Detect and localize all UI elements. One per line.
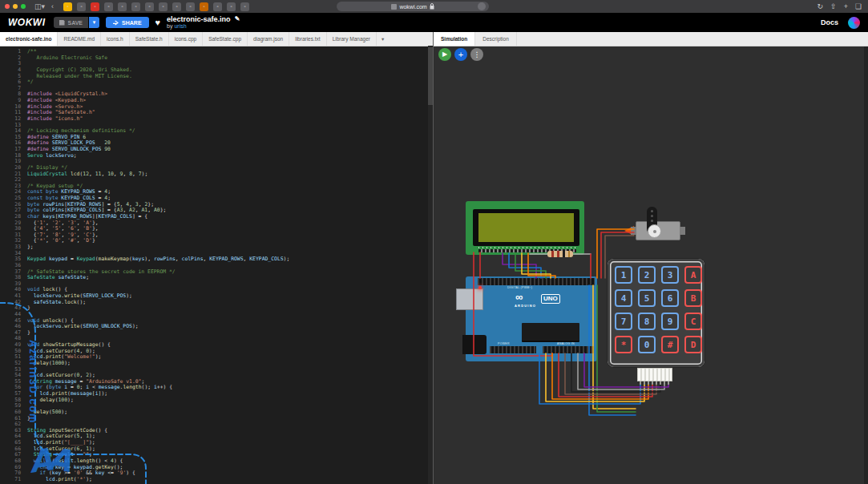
- code-editor[interactable]: 1/**2 Arduino Electronic Safe34 Copyrigh…: [0, 46, 433, 484]
- back-icon[interactable]: ‹: [51, 3, 54, 10]
- maximize-window-button[interactable]: [21, 4, 26, 9]
- minimize-window-button[interactable]: [13, 4, 18, 9]
- browser-action-icons: ↻ ⇧ + ❏: [818, 2, 862, 11]
- file-tab-safestate.h[interactable]: SafeState.h: [130, 32, 169, 46]
- browser-profile-button[interactable]: [478, 2, 486, 10]
- menu-button[interactable]: ⋮: [470, 48, 483, 61]
- window-controls: [5, 4, 26, 9]
- power-jack: [462, 335, 486, 354]
- keypad-key-0[interactable]: 0: [638, 336, 656, 353]
- keypad-key-#[interactable]: #: [661, 336, 679, 353]
- keypad-key-6[interactable]: 6: [661, 289, 679, 307]
- simulation-pane: SimulationDescription ▶ + ⋮: [434, 32, 868, 484]
- extension-icon-10[interactable]: ▫: [186, 2, 195, 11]
- reload-icon[interactable]: ↻: [818, 2, 824, 11]
- keypad-key-*[interactable]: *: [615, 336, 632, 353]
- membrane-keypad[interactable]: 123A456B789C*0#D: [608, 259, 704, 367]
- arduino-uno[interactable]: ∞ ARDUINO UNO DIGITAL (PWM~) POWER ANALO…: [466, 276, 597, 361]
- new-tab-icon[interactable]: +: [844, 2, 848, 11]
- lcd-screen: [478, 213, 574, 242]
- servo-mount-left: [631, 227, 636, 235]
- keypad-connector: [637, 368, 672, 381]
- keypad-key-D[interactable]: D: [684, 336, 702, 353]
- extension-icon-6[interactable]: ▫: [131, 2, 140, 11]
- share-arrow-icon: [113, 20, 119, 26]
- keypad-key-C[interactable]: C: [684, 313, 702, 330]
- extension-icon-12[interactable]: ▫: [213, 2, 222, 11]
- power-pin-header[interactable]: [490, 346, 536, 353]
- code-line: 52 delay(1000);: [0, 361, 433, 367]
- uno-label: UNO: [541, 294, 560, 304]
- arduino-brand-label: ARDUINO: [515, 304, 536, 308]
- tab-description[interactable]: Description: [475, 32, 517, 46]
- file-tab-libraries.txt[interactable]: libraries.txt: [289, 32, 326, 46]
- digital-pin-header[interactable]: [478, 278, 595, 285]
- file-tab-icons.h[interactable]: icons.h: [101, 32, 130, 46]
- save-dropdown-button[interactable]: ▾: [89, 17, 99, 28]
- file-tab-electronic-safe.ino[interactable]: electronic-safe.ino: [0, 32, 58, 46]
- extension-icon-8[interactable]: ▫: [159, 2, 168, 11]
- keypad-key-9[interactable]: 9: [661, 313, 679, 330]
- extension-icon-13[interactable]: ▫: [227, 2, 236, 11]
- canvas-scrollbar[interactable]: [864, 46, 868, 484]
- editor-scrollbar-thumb[interactable]: [428, 47, 433, 105]
- power-led: [478, 286, 482, 289]
- code-line: 12#include "icons.h": [0, 116, 433, 123]
- wokwi-logo[interactable]: WOKWI: [8, 17, 46, 28]
- code-line: 18Servo lockServo;: [0, 153, 433, 159]
- keypad-key-4[interactable]: 4: [615, 289, 632, 307]
- share-icon[interactable]: ⇧: [830, 2, 837, 11]
- arduino-infinity-logo: ∞: [515, 291, 523, 303]
- lcd-display[interactable]: [466, 201, 584, 255]
- extension-icon-5[interactable]: ▫: [118, 2, 127, 11]
- extension-icon-4[interactable]: ▫: [104, 2, 113, 11]
- file-tab-library-manager[interactable]: Library Manager: [327, 32, 377, 46]
- keypad-key-7[interactable]: 7: [615, 313, 632, 330]
- keypad-key-A[interactable]: A: [684, 266, 702, 284]
- close-window-button[interactable]: [5, 4, 10, 9]
- extension-icon-1[interactable]: ▫: [63, 2, 72, 11]
- byline-label: by: [167, 23, 172, 29]
- keypad-key-1[interactable]: 1: [615, 266, 632, 284]
- diagram-canvas[interactable]: ▶ + ⋮ ∞ ARDUINO U: [434, 46, 868, 484]
- docs-link[interactable]: Docs: [821, 18, 838, 26]
- more-tabs-caret[interactable]: ▾: [377, 32, 389, 46]
- address-bar[interactable]: wokwi.com: [337, 2, 489, 11]
- add-part-button[interactable]: +: [454, 48, 467, 61]
- file-tab-safestate.cpp[interactable]: SafeState.cpp: [203, 32, 248, 46]
- extension-icon-14[interactable]: ▫: [240, 2, 249, 11]
- tab-simulation[interactable]: Simulation: [434, 32, 475, 46]
- sidebar-icon[interactable]: ◫▾: [34, 3, 45, 10]
- file-tab-icons.cpp[interactable]: icons.cpp: [169, 32, 203, 46]
- editor-scrollbar[interactable]: [428, 46, 433, 484]
- play-button[interactable]: ▶: [438, 48, 451, 61]
- code-line: 71 lcd.print('*');: [0, 477, 433, 483]
- lcd-pin-labels: [478, 247, 576, 248]
- extension-icon-9[interactable]: ▫: [172, 2, 181, 11]
- file-tab-diagram.json[interactable]: diagram.json: [248, 32, 289, 46]
- extension-icon-11[interactable]: ▫: [200, 2, 208, 11]
- file-tab-bar: electronic-safe.inoREADME.mdicons.hSafeS…: [0, 32, 433, 46]
- keypad-key-8[interactable]: 8: [638, 313, 656, 330]
- tab-overview-icon[interactable]: ❏: [855, 2, 862, 11]
- analog-pin-header[interactable]: [543, 346, 594, 353]
- author-link[interactable]: urish: [174, 23, 186, 29]
- keypad-key-2[interactable]: 2: [638, 266, 656, 284]
- code-line: 21LiquidCrystal lcd(12, 11, 10, 9, 8, 7)…: [0, 171, 433, 178]
- keypad-key-5[interactable]: 5: [638, 289, 656, 307]
- keypad-key-3[interactable]: 3: [661, 266, 679, 284]
- file-tab-readme.md[interactable]: README.md: [58, 32, 101, 46]
- code-line: 5 Released under the MIT License.: [0, 74, 433, 80]
- digital-label: DIGITAL (PWM~): [507, 286, 532, 289]
- edit-title-icon[interactable]: ✎: [235, 15, 240, 22]
- code-line: 35Keypad keypad = Keypad(makeKeymap(keys…: [0, 256, 433, 263]
- extension-icon-3[interactable]: ▫: [91, 2, 99, 11]
- extension-icon-2[interactable]: ▫: [77, 2, 86, 11]
- keypad-key-B[interactable]: B: [684, 289, 702, 307]
- share-button[interactable]: SHARE: [106, 17, 149, 28]
- extension-icon-7[interactable]: ▫: [145, 2, 154, 11]
- save-button[interactable]: SAVE: [54, 17, 89, 28]
- user-avatar[interactable]: [848, 17, 860, 29]
- resistor[interactable]: [547, 251, 573, 257]
- like-icon[interactable]: ♥: [155, 18, 161, 27]
